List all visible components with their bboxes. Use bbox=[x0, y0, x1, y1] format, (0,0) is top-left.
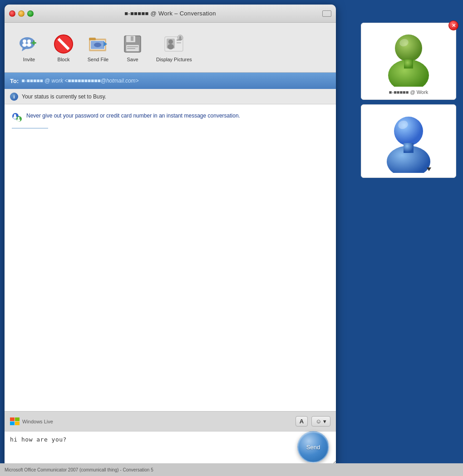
svg-point-5 bbox=[27, 43, 31, 47]
maximize-button[interactable] bbox=[27, 10, 34, 17]
save-icon bbox=[122, 33, 143, 55]
send-button[interactable]: Send bbox=[297, 431, 329, 463]
font-format-button[interactable]: A bbox=[296, 416, 308, 427]
buddy-icon bbox=[12, 113, 22, 123]
green-contact-name: ■-■■■■■ @ Work bbox=[389, 89, 428, 95]
bottom-section: Windows Live A ☺ ▾ Send bbox=[5, 411, 336, 467]
status-bar: i Your status is currently set to Busy. bbox=[5, 89, 336, 104]
blue-contact-card bbox=[361, 104, 456, 178]
title-bar: ■-■■■■■ @ Work – Conversation bbox=[5, 5, 336, 23]
svg-rect-21 bbox=[127, 48, 135, 49]
svg-point-2 bbox=[23, 39, 26, 43]
svg-rect-37 bbox=[10, 417, 15, 421]
svg-point-3 bbox=[22, 43, 27, 47]
green-avatar bbox=[379, 28, 438, 87]
display-pictures-icon bbox=[163, 33, 185, 55]
windows-live-label: Windows Live bbox=[22, 419, 53, 424]
svg-point-33 bbox=[13, 116, 17, 119]
send-file-icon bbox=[87, 33, 109, 55]
svg-point-35 bbox=[18, 117, 20, 119]
invite-icon bbox=[18, 33, 40, 55]
svg-point-30 bbox=[179, 38, 182, 40]
svg-rect-39 bbox=[10, 422, 15, 425]
display-pictures-label: Display Pictures bbox=[156, 57, 192, 62]
toolbar: Invite Block bbox=[5, 23, 336, 73]
save-button[interactable]: Save bbox=[115, 30, 150, 65]
block-button[interactable]: Block bbox=[46, 30, 81, 65]
svg-point-24 bbox=[168, 39, 173, 44]
svg-point-4 bbox=[27, 39, 31, 43]
emoji-button[interactable]: ☺ ▾ bbox=[311, 416, 330, 427]
conversation-window: ■-■■■■■ @ Work – Conversation bbox=[5, 5, 336, 467]
close-button[interactable] bbox=[9, 10, 15, 17]
input-area: Send bbox=[5, 431, 336, 467]
svg-point-14 bbox=[94, 43, 101, 47]
green-contact-card: ■-■■■■■ @ Work bbox=[361, 23, 456, 100]
invite-label: Invite bbox=[23, 57, 35, 62]
send-file-button[interactable]: Send File bbox=[81, 30, 115, 65]
status-text: Your status is currently set to Busy. bbox=[22, 93, 106, 100]
svg-rect-11 bbox=[89, 38, 96, 40]
svg-rect-51 bbox=[404, 143, 414, 153]
panel-close-button[interactable]: ✕ bbox=[448, 20, 458, 30]
save-label: Save bbox=[127, 57, 138, 62]
windows-live-logo: Windows Live bbox=[10, 417, 53, 426]
contact-panel: ✕ ■-■■■■■ @ Work bbox=[361, 23, 456, 178]
svg-rect-47 bbox=[404, 59, 413, 69]
block-icon bbox=[53, 33, 74, 55]
svg-point-32 bbox=[14, 114, 16, 117]
send-file-label: Send File bbox=[88, 57, 108, 62]
to-field: To: ■-■■■■■ @ work <■■■■■■■■■■@hotmail.c… bbox=[5, 73, 336, 89]
window-controls bbox=[9, 10, 34, 17]
to-address: ■-■■■■■ @ work <■■■■■■■■■■@hotmail.com> bbox=[21, 78, 138, 84]
svg-rect-38 bbox=[15, 417, 20, 421]
svg-rect-27 bbox=[177, 42, 181, 44]
formatting-toolbar: Windows Live A ☺ ▾ bbox=[5, 411, 336, 431]
svg-rect-40 bbox=[15, 422, 20, 425]
chat-display: Never give out your password or credit c… bbox=[5, 104, 336, 411]
block-label: Block bbox=[58, 57, 70, 62]
minimize-button[interactable] bbox=[18, 10, 25, 17]
blue-avatar bbox=[379, 109, 438, 173]
window-body: Invite Block bbox=[5, 23, 336, 467]
message-input[interactable] bbox=[10, 436, 330, 461]
svg-point-36 bbox=[17, 119, 20, 122]
windows-flag-icon bbox=[10, 417, 20, 426]
svg-point-25 bbox=[167, 44, 174, 49]
taskbar-text: Microsoft Office Communicator 2007 (comm… bbox=[0, 463, 463, 476]
window-title: ■-■■■■■ @ Work – Conversation bbox=[124, 10, 216, 17]
display-pictures-button[interactable]: Display Pictures bbox=[150, 30, 198, 65]
svg-point-29 bbox=[179, 36, 182, 38]
expand-button[interactable] bbox=[322, 10, 331, 17]
chat-divider bbox=[12, 128, 48, 128]
invite-button[interactable]: Invite bbox=[12, 30, 46, 65]
to-label: To: bbox=[10, 78, 19, 84]
chat-message: Never give out your password or credit c… bbox=[12, 112, 329, 123]
info-icon: i bbox=[10, 93, 18, 101]
svg-rect-18 bbox=[131, 36, 133, 41]
svg-rect-20 bbox=[127, 46, 138, 47]
svg-point-48 bbox=[394, 117, 423, 146]
svg-rect-7 bbox=[31, 42, 36, 44]
svg-point-44 bbox=[395, 34, 422, 62]
chat-text: Never give out your password or credit c… bbox=[26, 112, 240, 120]
